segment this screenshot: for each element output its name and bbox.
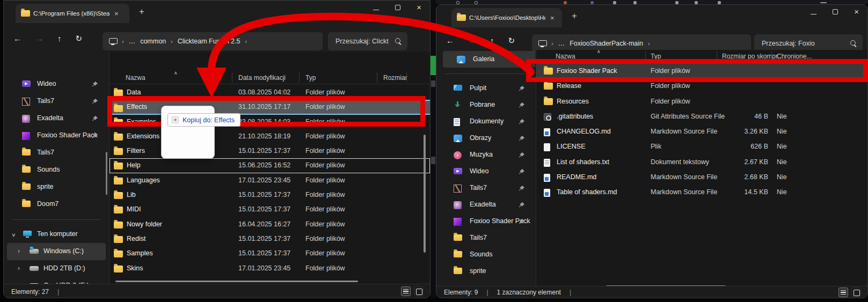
sidebar-item[interactable]: Foxioo Shader Pack bbox=[440, 213, 533, 230]
sidebar-item[interactable]: Doom7 bbox=[7, 196, 106, 213]
sidebar-item[interactable]: sprite bbox=[7, 179, 106, 196]
column-header-size[interactable]: Rozmiar bbox=[383, 74, 407, 82]
new-tab-button[interactable]: + bbox=[139, 6, 144, 17]
maximize-button[interactable] bbox=[395, 5, 400, 10]
sidebar-item[interactable]: Tails7 bbox=[7, 144, 106, 161]
search-input[interactable]: Przeszukaj: Clickt bbox=[328, 32, 407, 50]
icons-view-button[interactable] bbox=[414, 286, 424, 296]
sidebar-item-label: Wideo bbox=[37, 80, 56, 87]
minimize-button[interactable] bbox=[373, 10, 379, 10]
sidebar-item-gallery[interactable]: Galeria bbox=[443, 51, 535, 68]
table-row[interactable]: Redist 15.01.2025 17:37 Folder plików bbox=[110, 232, 430, 246]
pin-icon bbox=[519, 102, 525, 108]
sidebar-item[interactable]: Obrazy bbox=[440, 130, 533, 146]
sidebar-tree-item[interactable]: › HDD 2TB (D:) bbox=[7, 260, 106, 277]
table-row[interactable]: Skins 17.01.2025 23:45 Folder plików bbox=[110, 261, 430, 276]
sidebar-item[interactable]: Exadelta bbox=[7, 110, 106, 127]
refresh-icon[interactable]: ↻ bbox=[508, 36, 515, 46]
sidebar-item[interactable]: Wideo bbox=[440, 163, 533, 180]
table-row[interactable]: Lib 15.01.2025 17:37 Folder plików bbox=[110, 188, 430, 202]
close-button[interactable]: × bbox=[854, 9, 859, 14]
details-view-button[interactable] bbox=[838, 288, 848, 297]
column-separator[interactable] bbox=[377, 72, 377, 83]
table-row[interactable]: README.md Markdown Source File 2.68 KB N… bbox=[536, 170, 867, 185]
pin-icon bbox=[519, 85, 525, 92]
refresh-icon[interactable]: ↻ bbox=[76, 34, 83, 43]
close-button[interactable]: × bbox=[417, 5, 421, 10]
file-type: Folder plików bbox=[305, 264, 345, 272]
table-row[interactable]: .gitattributes Git Attributes Source Fil… bbox=[536, 109, 867, 124]
up-icon[interactable]: ↑ bbox=[490, 36, 494, 46]
table-row[interactable]: Languages 17.01.2025 23:45 Folder plików bbox=[110, 173, 430, 188]
table-row[interactable]: Table of shaders.md Markdown Source File… bbox=[536, 185, 867, 200]
table-row[interactable]: Filters 15.01.2025 17:37 Folder plików bbox=[110, 144, 430, 158]
table-row[interactable]: Resources Folder plików bbox=[536, 94, 867, 109]
file-type: Folder plików bbox=[305, 161, 345, 169]
table-row[interactable]: Help 15.06.2025 16:52 Folder plików bbox=[110, 158, 430, 173]
column-header-date[interactable]: Data modyfikacji bbox=[238, 74, 286, 82]
breadcrumb-ellipsis[interactable]: … bbox=[558, 40, 565, 47]
breadcrumb[interactable]: › … common › Clickteam Fusion 2.5 › bbox=[103, 32, 323, 50]
column-separator[interactable] bbox=[406, 72, 407, 83]
column-separator[interactable] bbox=[299, 72, 300, 83]
sidebar-scrollbar[interactable] bbox=[106, 152, 107, 195]
tree-item-icon bbox=[23, 231, 32, 238]
sidebar-item-label: Pulpit bbox=[470, 84, 486, 92]
table-row[interactable]: CHANGELOG.md Markdown Source File 3.26 K… bbox=[536, 124, 867, 139]
sidebar-item[interactable]: Wideo bbox=[7, 76, 106, 93]
explorer-window-right: C:\Users\Foxioo\Desktop\Hell × + × ← → ↑… bbox=[436, 4, 868, 298]
folder-icon bbox=[114, 266, 123, 272]
maximize-button[interactable] bbox=[833, 9, 838, 14]
icons-view-button[interactable] bbox=[851, 288, 861, 297]
sidebar-item[interactable]: Tails7 bbox=[440, 230, 533, 246]
forward-icon[interactable]: → bbox=[35, 34, 43, 43]
back-icon[interactable]: ← bbox=[446, 36, 454, 46]
details-view-button[interactable] bbox=[401, 286, 411, 296]
status-divider: | bbox=[57, 288, 59, 296]
column-header-type[interactable]: Typ bbox=[305, 74, 316, 82]
tab-shaderpack-folder[interactable]: C:\Users\Foxioo\Desktop\Hell × bbox=[451, 8, 562, 27]
sidebar-item[interactable]: Tails7 bbox=[7, 93, 106, 110]
file-name: README.md bbox=[557, 173, 596, 181]
table-row[interactable]: Nowy folder 16.04.2025 16:27 Folder plik… bbox=[110, 217, 430, 232]
sidebar-item[interactable]: Tails7 bbox=[440, 180, 533, 196]
gallery-icon bbox=[457, 56, 465, 63]
vertical-scrollbar[interactable] bbox=[424, 135, 426, 253]
sidebar-item[interactable]: Foxioo Shader Pack bbox=[7, 127, 106, 144]
up-icon[interactable]: ↑ bbox=[57, 34, 62, 43]
sidebar-tree-item[interactable]: › Windows (C:) bbox=[7, 243, 106, 260]
column-headers: ∧ Nazwa Data modyfikacji Typ Rozmiar bbox=[110, 71, 430, 84]
chevron-icon[interactable]: ∨ bbox=[11, 232, 16, 238]
sidebar-item[interactable]: Pobrane bbox=[440, 97, 533, 113]
table-row[interactable]: Samples 15.01.2025 17:37 Folder plików bbox=[110, 246, 430, 261]
sidebar-item[interactable]: Dokumenty bbox=[440, 113, 533, 130]
sidebar-item[interactable]: sprite bbox=[440, 263, 533, 279]
sidebar-item[interactable]: Exadelta bbox=[440, 196, 533, 213]
tab-steam-folder[interactable]: C:\Program Files (x86)\Steam × bbox=[16, 4, 129, 23]
chevron-icon[interactable]: › bbox=[18, 264, 20, 272]
back-icon[interactable]: ← bbox=[13, 34, 21, 43]
sidebar-item[interactable]: Pulpit bbox=[440, 80, 533, 97]
sidebar-item[interactable]: Sounds bbox=[440, 246, 533, 263]
column-header-name[interactable]: Nazwa bbox=[126, 74, 145, 82]
breadcrumb-ellipsis[interactable]: … bbox=[129, 38, 136, 45]
minimize-button[interactable] bbox=[811, 14, 816, 14]
new-tab-button[interactable]: + bbox=[572, 11, 577, 21]
horizontal-scrollbar[interactable] bbox=[115, 281, 358, 282]
table-row[interactable]: MIDI 15.01.2025 17:37 Folder plików bbox=[110, 202, 430, 217]
tab-close-icon[interactable]: × bbox=[113, 10, 120, 18]
table-row[interactable]: LICENSE Plik 626 B Nie bbox=[536, 139, 867, 154]
sidebar-item[interactable]: Muzyka bbox=[440, 146, 533, 163]
tab-close-icon[interactable]: × bbox=[549, 14, 556, 22]
column-separator[interactable] bbox=[232, 72, 232, 83]
chevron-icon[interactable]: › bbox=[18, 247, 20, 255]
breadcrumb-item[interactable]: Clickteam Fusion 2.5 bbox=[178, 38, 240, 45]
table-row[interactable]: List of shaders.txt Dokument tekstowy 2.… bbox=[536, 155, 867, 170]
file-protected: Nie bbox=[777, 143, 787, 150]
forward-icon[interactable]: → bbox=[468, 36, 476, 46]
table-row[interactable]: Extensions 21.10.2025 18:19 Folder plikó… bbox=[110, 129, 430, 144]
breadcrumb-item[interactable]: common bbox=[140, 38, 166, 45]
sidebar-tree-item[interactable]: ∨ Ten komputer bbox=[7, 226, 106, 243]
sidebar-item[interactable]: Sounds bbox=[7, 161, 106, 179]
breadcrumb-item[interactable]: FoxiooShaderPack-main bbox=[570, 40, 643, 47]
